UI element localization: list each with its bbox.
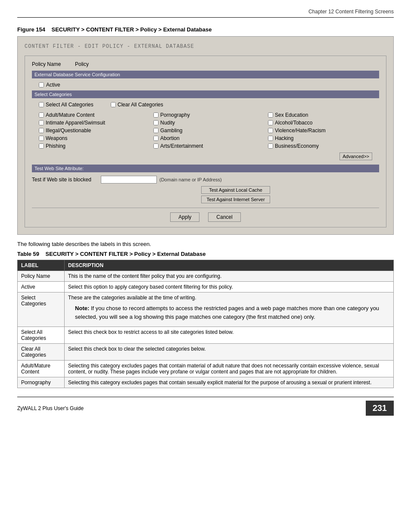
cat-illegal-checkbox[interactable] bbox=[39, 128, 44, 133]
cat-intimate-checkbox[interactable] bbox=[39, 120, 44, 125]
cat-gambling-label: Gambling bbox=[160, 128, 182, 134]
screen-title: CONTENT FILTER - EDIT POLICY - EXTERNAL … bbox=[25, 44, 386, 50]
row-label: Select All Categories bbox=[18, 327, 65, 344]
row-label: Adult/Mature Content bbox=[18, 361, 65, 377]
note-title: Note: bbox=[75, 305, 91, 311]
cat-abortion-label: Abortion bbox=[160, 135, 180, 141]
policy-name-label: Policy Name bbox=[32, 61, 75, 67]
table-row: Clear All Categories Select this check b… bbox=[18, 344, 394, 361]
row-desc: Select this check box to clear the selec… bbox=[65, 344, 394, 361]
figure-caption: SECURITY > CONTENT FILTER > Policy > Ext… bbox=[51, 26, 212, 33]
bottom-buttons: Apply Cancel bbox=[32, 212, 379, 222]
row-label: Clear All Categories bbox=[18, 344, 65, 361]
cat-hacking-checkbox[interactable] bbox=[268, 136, 273, 141]
following-text: The following table describes the labels… bbox=[17, 241, 394, 247]
advanced-row: Advanced>> bbox=[32, 152, 379, 160]
active-label: Active bbox=[46, 82, 60, 88]
row-desc: Selecting this category excludes pages t… bbox=[65, 377, 394, 388]
test-local-button[interactable]: Test Against Local Cache bbox=[201, 186, 270, 194]
row-label: Select Categories bbox=[18, 292, 65, 327]
cat-adult: Adult/Mature Content bbox=[39, 112, 150, 118]
description-table: LABEL DESCRIPTION Policy Name This is th… bbox=[17, 260, 394, 388]
cat-weapons: Weapons bbox=[39, 135, 150, 141]
cat-intimate: Intimate Apparel/Swimsuit bbox=[39, 120, 150, 126]
cat-weapons-checkbox[interactable] bbox=[39, 136, 44, 141]
cat-illegal-label: Illegal/Questionable bbox=[46, 128, 91, 134]
figure-label: Figure 154 SECURITY > CONTENT FILTER > P… bbox=[17, 26, 394, 33]
cat-sex-education: Sex Education bbox=[268, 112, 379, 118]
row-label: Pornography bbox=[18, 377, 65, 388]
figure-number: Figure 154 bbox=[17, 26, 45, 33]
test-input[interactable] bbox=[101, 176, 157, 184]
screenshot-box: CONTENT FILTER - EDIT POLICY - EXTERNAL … bbox=[17, 36, 394, 235]
cat-alcohol-label: Alcohol/Tobacco bbox=[275, 120, 312, 126]
cat-business-checkbox[interactable] bbox=[268, 143, 273, 149]
cat-arts-checkbox[interactable] bbox=[153, 143, 159, 149]
table-number: Table 59 bbox=[17, 251, 39, 257]
col-label-header: LABEL bbox=[18, 260, 65, 271]
chapter-title: Chapter 12 Content Filtering Screens bbox=[308, 9, 394, 15]
row-desc: Select this option to apply category bas… bbox=[65, 282, 394, 292]
cat-arts: Arts/Entertainment bbox=[153, 143, 265, 149]
cat-business: Business/Economy bbox=[268, 143, 379, 149]
advanced-button[interactable]: Advanced>> bbox=[339, 152, 372, 160]
select-all-label: Select All Categories bbox=[46, 102, 93, 108]
test-hint: (Domain name or IP Address) bbox=[159, 177, 222, 182]
cat-sex-education-label: Sex Education bbox=[275, 112, 308, 118]
cat-nudity: Nudity bbox=[153, 120, 265, 126]
table-row: Select All Categories Select this check … bbox=[18, 327, 394, 344]
clear-all-item: Clear All Categories bbox=[111, 102, 163, 108]
cat-gambling: Gambling bbox=[153, 128, 265, 134]
clear-all-checkbox[interactable] bbox=[111, 102, 116, 107]
select-all-item: Select All Categories bbox=[39, 102, 93, 108]
cat-nudity-label: Nudity bbox=[160, 120, 175, 126]
cat-phishing-checkbox[interactable] bbox=[39, 143, 44, 149]
note-block: Note: If you chose to record attempts to… bbox=[75, 304, 383, 321]
cat-illegal: Illegal/Questionable bbox=[39, 128, 150, 134]
test-row: Test if Web site is blocked (Domain name… bbox=[32, 176, 379, 184]
table-caption: SECURITY > CONTENT FILTER > Policy > Ext… bbox=[46, 251, 206, 257]
cat-sex-education-checkbox[interactable] bbox=[268, 112, 273, 118]
apply-button[interactable]: Apply bbox=[170, 212, 199, 222]
cat-gambling-checkbox[interactable] bbox=[153, 128, 159, 133]
table-row: Policy Name This is the name of the cont… bbox=[18, 271, 394, 282]
active-checkbox[interactable] bbox=[39, 82, 44, 87]
page-number: 231 bbox=[366, 401, 394, 416]
select-all-checkbox[interactable] bbox=[39, 102, 44, 107]
select-categories-section: Select Categories bbox=[32, 90, 379, 98]
cat-adult-label: Adult/Mature Content bbox=[46, 112, 94, 118]
row-desc: Select this check box to restrict access… bbox=[65, 327, 394, 344]
table-row: Active Select this option to apply categ… bbox=[18, 282, 394, 292]
table-label: Table 59 SECURITY > CONTENT FILTER > Pol… bbox=[17, 251, 394, 257]
cat-alcohol: Alcohol/Tobacco bbox=[268, 120, 379, 126]
page-footer: ZyWALL 2 Plus User's Guide 231 bbox=[17, 397, 394, 416]
cat-phishing: Phishing bbox=[39, 143, 150, 149]
cat-pornography: Pornography bbox=[153, 112, 265, 118]
cat-abortion-checkbox[interactable] bbox=[153, 136, 159, 141]
policy-name-value: Policy bbox=[75, 61, 89, 67]
cat-pornography-checkbox[interactable] bbox=[153, 112, 159, 118]
policy-name-row: Policy Name Policy bbox=[32, 61, 379, 67]
cat-hacking: Hacking bbox=[268, 135, 379, 141]
inner-form: Policy Name Policy External Database Ser… bbox=[25, 56, 386, 227]
cat-intimate-label: Intimate Apparel/Swimsuit bbox=[46, 120, 105, 126]
row-label: Active bbox=[18, 282, 65, 292]
cat-nudity-checkbox[interactable] bbox=[153, 120, 159, 125]
note-text: Note: If you chose to record attempts to… bbox=[75, 304, 383, 321]
cat-violence-label: Violence/Hate/Racism bbox=[275, 128, 326, 134]
active-row: Active bbox=[32, 82, 379, 88]
page-header: Chapter 12 Content Filtering Screens bbox=[17, 9, 394, 18]
cat-violence-checkbox[interactable] bbox=[268, 128, 273, 133]
cat-business-label: Business/Economy bbox=[275, 143, 319, 149]
cat-alcohol-checkbox[interactable] bbox=[268, 120, 273, 125]
test-internet-button[interactable]: Test Against Internet Server bbox=[201, 196, 270, 203]
cat-adult-checkbox[interactable] bbox=[39, 112, 44, 118]
cat-hacking-label: Hacking bbox=[275, 135, 293, 141]
cat-weapons-label: Weapons bbox=[46, 135, 67, 141]
cat-violence: Violence/Hate/Racism bbox=[268, 128, 379, 134]
cat-abortion: Abortion bbox=[153, 135, 265, 141]
cancel-button[interactable]: Cancel bbox=[208, 212, 240, 222]
cat-arts-label: Arts/Entertainment bbox=[160, 143, 203, 149]
row-desc: Selecting this category excludes pages t… bbox=[65, 361, 394, 377]
clear-all-label: Clear All Categories bbox=[118, 102, 163, 108]
